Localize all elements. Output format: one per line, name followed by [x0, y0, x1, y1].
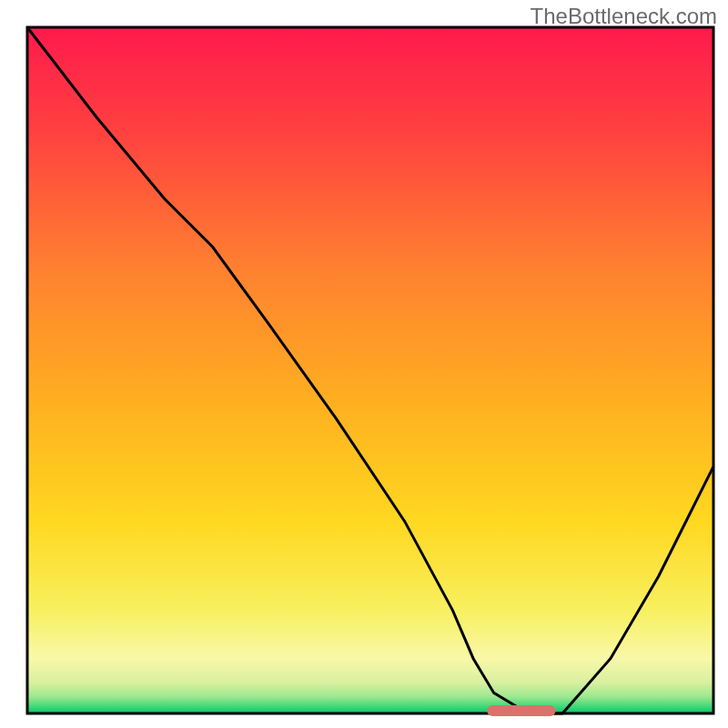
plot-svg	[0, 0, 728, 728]
bottleneck-chart: TheBottleneck.com	[0, 0, 728, 728]
optimum-marker	[487, 705, 555, 716]
watermark-text: TheBottleneck.com	[531, 4, 717, 29]
gradient-background	[27, 27, 713, 713]
